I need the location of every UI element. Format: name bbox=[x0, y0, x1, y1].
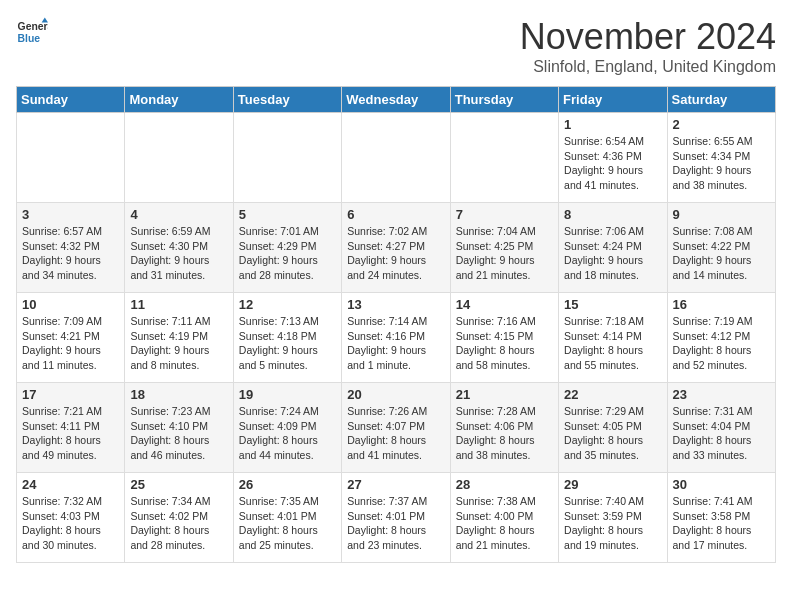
day-number: 7 bbox=[456, 207, 553, 222]
day-number: 2 bbox=[673, 117, 770, 132]
svg-marker-2 bbox=[42, 18, 48, 23]
calendar-cell: 8Sunrise: 7:06 AMSunset: 4:24 PMDaylight… bbox=[559, 203, 667, 293]
day-info: Sunrise: 7:08 AMSunset: 4:22 PMDaylight:… bbox=[673, 224, 770, 283]
day-info: Sunrise: 7:01 AMSunset: 4:29 PMDaylight:… bbox=[239, 224, 336, 283]
calendar-cell: 7Sunrise: 7:04 AMSunset: 4:25 PMDaylight… bbox=[450, 203, 558, 293]
day-number: 18 bbox=[130, 387, 227, 402]
calendar-cell bbox=[125, 113, 233, 203]
day-info: Sunrise: 7:09 AMSunset: 4:21 PMDaylight:… bbox=[22, 314, 119, 373]
calendar-cell: 13Sunrise: 7:14 AMSunset: 4:16 PMDayligh… bbox=[342, 293, 450, 383]
day-number: 16 bbox=[673, 297, 770, 312]
day-info: Sunrise: 7:31 AMSunset: 4:04 PMDaylight:… bbox=[673, 404, 770, 463]
calendar-body: 1Sunrise: 6:54 AMSunset: 4:36 PMDaylight… bbox=[17, 113, 776, 563]
calendar-cell: 22Sunrise: 7:29 AMSunset: 4:05 PMDayligh… bbox=[559, 383, 667, 473]
day-info: Sunrise: 6:55 AMSunset: 4:34 PMDaylight:… bbox=[673, 134, 770, 193]
calendar-cell bbox=[342, 113, 450, 203]
week-row-5: 24Sunrise: 7:32 AMSunset: 4:03 PMDayligh… bbox=[17, 473, 776, 563]
day-number: 5 bbox=[239, 207, 336, 222]
day-number: 24 bbox=[22, 477, 119, 492]
calendar-cell: 5Sunrise: 7:01 AMSunset: 4:29 PMDaylight… bbox=[233, 203, 341, 293]
month-title: November 2024 bbox=[520, 16, 776, 58]
calendar-cell: 11Sunrise: 7:11 AMSunset: 4:19 PMDayligh… bbox=[125, 293, 233, 383]
calendar-cell: 9Sunrise: 7:08 AMSunset: 4:22 PMDaylight… bbox=[667, 203, 775, 293]
calendar-cell bbox=[233, 113, 341, 203]
calendar-cell: 2Sunrise: 6:55 AMSunset: 4:34 PMDaylight… bbox=[667, 113, 775, 203]
day-number: 22 bbox=[564, 387, 661, 402]
day-number: 28 bbox=[456, 477, 553, 492]
day-info: Sunrise: 7:38 AMSunset: 4:00 PMDaylight:… bbox=[456, 494, 553, 553]
day-number: 29 bbox=[564, 477, 661, 492]
day-number: 14 bbox=[456, 297, 553, 312]
calendar-cell: 18Sunrise: 7:23 AMSunset: 4:10 PMDayligh… bbox=[125, 383, 233, 473]
day-info: Sunrise: 7:29 AMSunset: 4:05 PMDaylight:… bbox=[564, 404, 661, 463]
day-number: 9 bbox=[673, 207, 770, 222]
day-info: Sunrise: 7:16 AMSunset: 4:15 PMDaylight:… bbox=[456, 314, 553, 373]
day-number: 15 bbox=[564, 297, 661, 312]
day-info: Sunrise: 7:11 AMSunset: 4:19 PMDaylight:… bbox=[130, 314, 227, 373]
weekday-header-tuesday: Tuesday bbox=[233, 87, 341, 113]
day-number: 27 bbox=[347, 477, 444, 492]
day-number: 12 bbox=[239, 297, 336, 312]
calendar-cell: 16Sunrise: 7:19 AMSunset: 4:12 PMDayligh… bbox=[667, 293, 775, 383]
week-row-1: 1Sunrise: 6:54 AMSunset: 4:36 PMDaylight… bbox=[17, 113, 776, 203]
day-info: Sunrise: 6:57 AMSunset: 4:32 PMDaylight:… bbox=[22, 224, 119, 283]
weekday-header-sunday: Sunday bbox=[17, 87, 125, 113]
day-info: Sunrise: 7:40 AMSunset: 3:59 PMDaylight:… bbox=[564, 494, 661, 553]
day-info: Sunrise: 7:21 AMSunset: 4:11 PMDaylight:… bbox=[22, 404, 119, 463]
calendar-cell: 24Sunrise: 7:32 AMSunset: 4:03 PMDayligh… bbox=[17, 473, 125, 563]
weekday-header-saturday: Saturday bbox=[667, 87, 775, 113]
location-title: Slinfold, England, United Kingdom bbox=[520, 58, 776, 76]
calendar-cell: 25Sunrise: 7:34 AMSunset: 4:02 PMDayligh… bbox=[125, 473, 233, 563]
svg-text:Blue: Blue bbox=[18, 33, 41, 44]
calendar-cell: 1Sunrise: 6:54 AMSunset: 4:36 PMDaylight… bbox=[559, 113, 667, 203]
weekday-header-row: SundayMondayTuesdayWednesdayThursdayFrid… bbox=[17, 87, 776, 113]
calendar-cell: 21Sunrise: 7:28 AMSunset: 4:06 PMDayligh… bbox=[450, 383, 558, 473]
title-area: November 2024 Slinfold, England, United … bbox=[520, 16, 776, 76]
day-info: Sunrise: 7:04 AMSunset: 4:25 PMDaylight:… bbox=[456, 224, 553, 283]
day-number: 19 bbox=[239, 387, 336, 402]
day-info: Sunrise: 7:06 AMSunset: 4:24 PMDaylight:… bbox=[564, 224, 661, 283]
calendar-cell: 6Sunrise: 7:02 AMSunset: 4:27 PMDaylight… bbox=[342, 203, 450, 293]
calendar-cell: 14Sunrise: 7:16 AMSunset: 4:15 PMDayligh… bbox=[450, 293, 558, 383]
day-number: 3 bbox=[22, 207, 119, 222]
calendar-cell: 17Sunrise: 7:21 AMSunset: 4:11 PMDayligh… bbox=[17, 383, 125, 473]
day-number: 25 bbox=[130, 477, 227, 492]
svg-text:General: General bbox=[18, 21, 48, 32]
day-info: Sunrise: 7:23 AMSunset: 4:10 PMDaylight:… bbox=[130, 404, 227, 463]
day-info: Sunrise: 7:41 AMSunset: 3:58 PMDaylight:… bbox=[673, 494, 770, 553]
day-number: 20 bbox=[347, 387, 444, 402]
day-number: 11 bbox=[130, 297, 227, 312]
calendar-table: SundayMondayTuesdayWednesdayThursdayFrid… bbox=[16, 86, 776, 563]
calendar-cell: 15Sunrise: 7:18 AMSunset: 4:14 PMDayligh… bbox=[559, 293, 667, 383]
calendar-cell: 19Sunrise: 7:24 AMSunset: 4:09 PMDayligh… bbox=[233, 383, 341, 473]
day-info: Sunrise: 7:28 AMSunset: 4:06 PMDaylight:… bbox=[456, 404, 553, 463]
calendar-cell: 10Sunrise: 7:09 AMSunset: 4:21 PMDayligh… bbox=[17, 293, 125, 383]
day-info: Sunrise: 7:26 AMSunset: 4:07 PMDaylight:… bbox=[347, 404, 444, 463]
day-info: Sunrise: 7:18 AMSunset: 4:14 PMDaylight:… bbox=[564, 314, 661, 373]
day-info: Sunrise: 7:32 AMSunset: 4:03 PMDaylight:… bbox=[22, 494, 119, 553]
day-number: 26 bbox=[239, 477, 336, 492]
day-info: Sunrise: 7:34 AMSunset: 4:02 PMDaylight:… bbox=[130, 494, 227, 553]
day-info: Sunrise: 6:59 AMSunset: 4:30 PMDaylight:… bbox=[130, 224, 227, 283]
day-number: 17 bbox=[22, 387, 119, 402]
day-info: Sunrise: 7:35 AMSunset: 4:01 PMDaylight:… bbox=[239, 494, 336, 553]
day-number: 30 bbox=[673, 477, 770, 492]
day-info: Sunrise: 7:37 AMSunset: 4:01 PMDaylight:… bbox=[347, 494, 444, 553]
calendar-cell: 27Sunrise: 7:37 AMSunset: 4:01 PMDayligh… bbox=[342, 473, 450, 563]
calendar-cell: 4Sunrise: 6:59 AMSunset: 4:30 PMDaylight… bbox=[125, 203, 233, 293]
day-number: 13 bbox=[347, 297, 444, 312]
day-info: Sunrise: 7:24 AMSunset: 4:09 PMDaylight:… bbox=[239, 404, 336, 463]
weekday-header-thursday: Thursday bbox=[450, 87, 558, 113]
calendar-cell: 29Sunrise: 7:40 AMSunset: 3:59 PMDayligh… bbox=[559, 473, 667, 563]
day-number: 10 bbox=[22, 297, 119, 312]
week-row-3: 10Sunrise: 7:09 AMSunset: 4:21 PMDayligh… bbox=[17, 293, 776, 383]
day-number: 1 bbox=[564, 117, 661, 132]
calendar-cell: 28Sunrise: 7:38 AMSunset: 4:00 PMDayligh… bbox=[450, 473, 558, 563]
calendar-cell: 12Sunrise: 7:13 AMSunset: 4:18 PMDayligh… bbox=[233, 293, 341, 383]
day-number: 4 bbox=[130, 207, 227, 222]
calendar-cell bbox=[450, 113, 558, 203]
logo-icon: General Blue bbox=[16, 16, 48, 48]
weekday-header-wednesday: Wednesday bbox=[342, 87, 450, 113]
day-number: 6 bbox=[347, 207, 444, 222]
calendar-cell: 23Sunrise: 7:31 AMSunset: 4:04 PMDayligh… bbox=[667, 383, 775, 473]
